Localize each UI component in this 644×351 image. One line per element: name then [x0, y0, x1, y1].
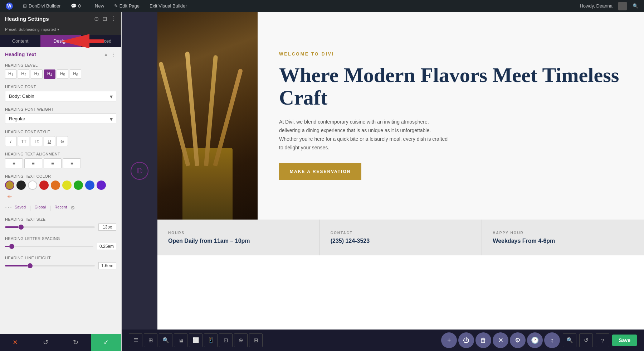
- heading-level-label: Heading Level: [5, 63, 116, 67]
- section-icons: ▲ ⋮: [103, 52, 116, 57]
- color-picker-button[interactable]: ✏: [5, 192, 14, 201]
- tab-content[interactable]: Content: [0, 35, 40, 47]
- wp-logo-button[interactable]: W: [4, 0, 15, 12]
- heading-spacing-value[interactable]: 0.25em: [97, 243, 116, 250]
- more-icon[interactable]: ⋮: [111, 15, 116, 22]
- heading-level-h2[interactable]: H2: [18, 69, 29, 79]
- panel-preset[interactable]: Preset: Subheading imported ▾: [0, 26, 121, 35]
- heading-level-h5[interactable]: H5: [57, 69, 68, 79]
- user-greeting: Howdy, Deanna: [577, 3, 615, 9]
- mobile-button[interactable]: 📱: [204, 333, 218, 347]
- heading-line-height-thumb[interactable]: [28, 263, 33, 268]
- capitalize-button[interactable]: Tt: [31, 136, 42, 146]
- heading-level-h3[interactable]: H3: [31, 69, 42, 79]
- refresh-button[interactable]: ↺: [579, 333, 593, 347]
- heading-alignment-label: Heading Text Alignment: [5, 152, 116, 156]
- edit-page-button[interactable]: ✎ Edit Page: [112, 0, 142, 12]
- user-avatar[interactable]: [618, 2, 627, 10]
- align-right-button[interactable]: ≡: [44, 158, 62, 168]
- zoom-button[interactable]: ⊕: [234, 333, 248, 347]
- more-colors-button[interactable]: ···: [5, 204, 13, 211]
- color-settings-icon[interactable]: ⚙: [70, 205, 75, 211]
- collapse-icon[interactable]: ▲: [103, 52, 108, 57]
- heading-spacing-thumb[interactable]: [9, 244, 14, 249]
- section-more-icon[interactable]: ⋮: [111, 52, 116, 57]
- heading-alignment-field: Heading Text Alignment ≡ ≡ ≡ ≡: [0, 149, 121, 171]
- align-justify-button[interactable]: ≡: [63, 158, 81, 168]
- italic-button[interactable]: I: [5, 136, 16, 146]
- history-button[interactable]: 🕐: [527, 332, 543, 348]
- search-toolbar-button[interactable]: 🔍: [159, 333, 172, 347]
- heading-size-thumb[interactable]: [19, 225, 24, 230]
- exit-visual-builder-button[interactable]: Exit Visual Builder: [147, 0, 189, 12]
- columns-icon[interactable]: ⊟: [102, 15, 107, 22]
- arrow-indicator: [61, 34, 104, 50]
- color-swatch-blue[interactable]: [85, 181, 94, 190]
- comments-button[interactable]: 💬 0: [69, 0, 83, 12]
- add-element-button[interactable]: +: [441, 332, 457, 348]
- grid-button[interactable]: ⊞: [144, 333, 157, 347]
- color-tabs: Saved | Global | Recent ⚙: [15, 205, 75, 211]
- search-button[interactable]: 🔍: [630, 3, 640, 9]
- color-swatch-black[interactable]: [16, 181, 26, 190]
- tablet-button[interactable]: ⬜: [189, 333, 203, 347]
- power-button[interactable]: ⏻: [458, 332, 474, 348]
- heading-size-value[interactable]: 13px: [98, 223, 116, 231]
- underline-button[interactable]: U: [44, 136, 55, 146]
- heading-color-label: Heading Text Color: [5, 174, 116, 178]
- section-title: Heading Text: [5, 52, 36, 57]
- hero-image-bg: [157, 12, 258, 220]
- columns-button[interactable]: ⊞: [249, 333, 263, 347]
- help-button[interactable]: ?: [596, 333, 609, 347]
- contact-item: CONTACT (235) 124-3523: [320, 220, 482, 255]
- color-swatch-red[interactable]: [39, 181, 49, 190]
- strikethrough-button[interactable]: S: [57, 136, 68, 146]
- heading-font-weight-select-wrapper: Regular: [5, 114, 116, 124]
- heading-level-h4[interactable]: H4: [44, 69, 55, 79]
- close-circle-button[interactable]: ✕: [493, 332, 508, 348]
- heading-font-select-wrapper: Body: Cabin: [5, 91, 116, 101]
- undo-button[interactable]: ↺: [30, 334, 61, 351]
- heading-font-weight-select[interactable]: Regular: [5, 114, 116, 124]
- saved-tab[interactable]: Saved: [15, 205, 26, 211]
- color-swatch-purple[interactable]: [97, 181, 106, 190]
- menu-button[interactable]: ☰: [129, 333, 142, 347]
- align-buttons: ≡ ≡ ≡ ≡: [5, 158, 116, 168]
- recent-tab[interactable]: Recent: [54, 205, 67, 211]
- heading-level-h1[interactable]: H1: [5, 69, 16, 79]
- color-swatch-green[interactable]: [74, 181, 83, 190]
- desktop-button[interactable]: 🖥: [174, 333, 187, 347]
- left-panel: Heading Settings ⊙ ⊟ ⋮ Preset: Subheadin…: [0, 12, 122, 351]
- color-swatch-gold[interactable]: [5, 181, 14, 190]
- align-left-button[interactable]: ≡: [5, 158, 23, 168]
- settings-button[interactable]: ⚙: [510, 332, 526, 348]
- heading-font-select[interactable]: Body: Cabin: [5, 91, 116, 101]
- heading-level-h6[interactable]: H6: [70, 69, 81, 79]
- color-swatch-white[interactable]: [28, 181, 37, 190]
- redo-button[interactable]: ↻: [61, 334, 91, 351]
- align-center-button[interactable]: ≡: [24, 158, 42, 168]
- contact-label: CONTACT: [331, 231, 471, 235]
- delete-button[interactable]: 🗑: [475, 332, 491, 348]
- layout-buttons: ☰ ⊞ 🔍 🖥 ⬜ 📱 ⊡ ⊕ ⊞: [129, 333, 263, 347]
- admin-bar: W ⊞ DonDivi Builder 💬 0 + New ✎ Edit Pag…: [0, 0, 644, 12]
- hero-cta-button[interactable]: MAKE A RESERVATION: [279, 163, 361, 180]
- color-swatch-orange[interactable]: [51, 181, 60, 190]
- heading-spacing-label: Heading Letter Spacing: [5, 236, 116, 241]
- new-button[interactable]: + New: [89, 0, 106, 12]
- happy-hour-item: HAPPY HOUR Weekdays From 4-6pm: [482, 220, 644, 255]
- search-right-button[interactable]: 🔍: [563, 333, 576, 347]
- panel-title: Heading Settings: [5, 16, 49, 22]
- global-tab[interactable]: Global: [34, 205, 46, 211]
- focus-icon[interactable]: ⊙: [94, 15, 99, 22]
- heading-line-height-value[interactable]: 1.6em: [98, 262, 116, 269]
- confirm-button[interactable]: ✓: [91, 334, 121, 351]
- color-swatch-yellow[interactable]: [62, 181, 72, 190]
- hero-subtitle: WELCOME TO DIVI: [279, 52, 623, 57]
- site-name-button[interactable]: ⊞ DonDivi Builder: [21, 0, 63, 12]
- save-button[interactable]: Save: [612, 335, 637, 346]
- wireframe-button[interactable]: ⊡: [219, 333, 233, 347]
- uppercase-button[interactable]: TT: [18, 136, 29, 146]
- cancel-button[interactable]: ✕: [0, 334, 30, 351]
- move-button[interactable]: ↕: [544, 332, 560, 348]
